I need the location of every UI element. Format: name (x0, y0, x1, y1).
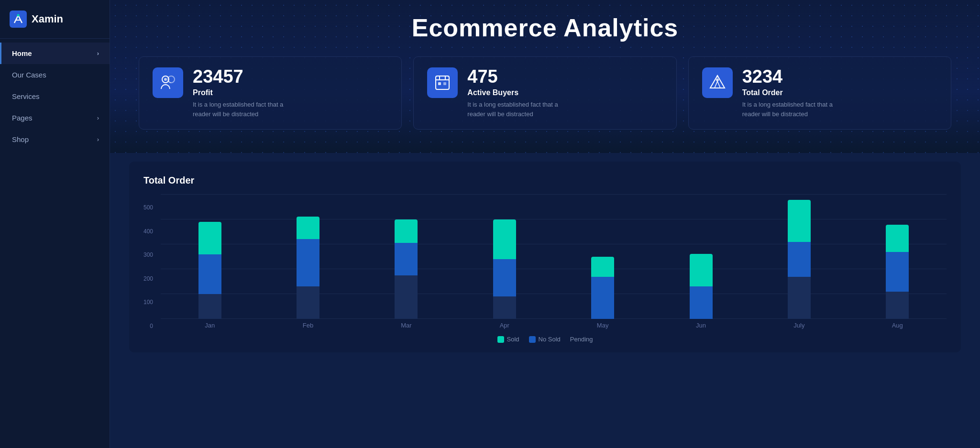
stat-desc-profit: It is a long established fact that a rea… (193, 100, 288, 119)
chart-bars-container: JanFebMarAprMayJunJulyAug (161, 195, 947, 329)
stat-info-order: 3234 Total Order It is a long establishe… (742, 67, 838, 119)
stat-number-order: 3234 (742, 67, 838, 86)
sidebar-item-pages-arrow: › (97, 114, 99, 121)
bar-blue-6 (788, 242, 811, 277)
bar-group-July (788, 200, 811, 319)
stat-label-profit: Profit (193, 88, 288, 97)
bar-group-Mar (395, 219, 418, 319)
chart-section: Total Order 500 400 300 200 100 0 (129, 162, 961, 352)
bar-blue-7 (886, 252, 909, 292)
bar-teal-6 (788, 200, 811, 242)
bar-stack-6 (788, 200, 811, 319)
sidebar: Xamin Home › Our Cases Services Pages › … (0, 0, 110, 448)
svg-point-9 (716, 76, 718, 77)
bar-teal-0 (198, 222, 221, 254)
sidebar-item-our-cases[interactable]: Our Cases (0, 64, 110, 86)
stat-info-profit: 23457 Profit It is a long established fa… (193, 67, 288, 119)
bar-teal-5 (690, 254, 713, 286)
legend-pending: Pending (570, 336, 593, 343)
y-label-0: 0 (150, 323, 153, 329)
y-label-300: 300 (143, 252, 153, 258)
y-label-100: 100 (143, 299, 153, 305)
bar-teal-7 (886, 225, 909, 252)
x-label-Feb: Feb (297, 322, 319, 329)
bar-stack-1 (297, 217, 319, 319)
svg-point-4 (164, 78, 167, 81)
bar-group-Jun (690, 254, 713, 319)
y-label-500: 500 (143, 205, 153, 210)
svg-point-1 (17, 14, 20, 17)
bar-blue-0 (198, 254, 221, 294)
legend-dot-nosold (529, 336, 536, 343)
x-label-Aug: Aug (886, 322, 909, 329)
bar-stack-3 (493, 219, 516, 319)
bar-blue-3 (493, 259, 516, 296)
bar-stack-0 (198, 222, 221, 319)
x-label-Jan: Jan (198, 322, 221, 329)
bar-teal-2 (395, 219, 418, 243)
bar-dark-0 (198, 294, 221, 319)
stat-info-buyers: 475 Active Buyers It is a long establish… (467, 67, 563, 119)
bar-stack-7 (886, 225, 909, 319)
x-label-Jun: Jun (690, 322, 713, 329)
sidebar-item-services-label: Services (12, 92, 40, 100)
legend-nosold: No Sold (529, 336, 561, 343)
svg-rect-7 (443, 82, 446, 85)
chart-bars-grid (161, 195, 947, 319)
chart-area: 500 400 300 200 100 0 (143, 195, 947, 329)
stat-label-order: Total Order (742, 88, 838, 97)
legend-label-nosold: No Sold (539, 336, 561, 343)
profit-icon-box (153, 67, 183, 98)
sidebar-item-our-cases-label: Our Cases (12, 71, 46, 79)
bar-dark-7 (886, 292, 909, 319)
bar-group-Aug (886, 225, 909, 319)
bar-dark-3 (493, 296, 516, 319)
sidebar-item-pages[interactable]: Pages › (0, 107, 110, 129)
chart-y-axis: 500 400 300 200 100 0 (143, 205, 155, 329)
profit-icon (159, 74, 177, 92)
stat-label-buyers: Active Buyers (467, 88, 563, 97)
sidebar-item-pages-label: Pages (12, 114, 33, 122)
hero-section: Ecommerce Analytics 23457 Profit (110, 0, 980, 153)
stat-desc-buyers: It is a long established fact that a rea… (467, 100, 563, 119)
stat-number-buyers: 475 (467, 67, 563, 86)
sidebar-item-home[interactable]: Home › (0, 43, 110, 64)
stat-desc-order: It is a long established fact that a rea… (742, 100, 838, 119)
bar-dark-6 (788, 277, 811, 319)
legend-label-pending: Pending (570, 336, 593, 343)
bars-row (161, 195, 947, 319)
logo-icon (10, 11, 27, 28)
legend-sold: Sold (497, 336, 519, 343)
svg-rect-5 (436, 76, 449, 89)
sidebar-logo[interactable]: Xamin (0, 0, 110, 39)
bar-stack-4 (591, 257, 614, 319)
bar-teal-1 (297, 217, 319, 239)
chart-legend: Sold No Sold Pending (143, 336, 947, 343)
stat-card-profit: 23457 Profit It is a long established fa… (139, 56, 402, 130)
y-label-200: 200 (143, 276, 153, 282)
sidebar-item-home-arrow: › (97, 50, 99, 57)
bar-group-May (591, 257, 614, 319)
stat-card-order: 3234 Total Order It is a long establishe… (688, 56, 951, 130)
main-content: Ecommerce Analytics 23457 Profit (110, 0, 980, 448)
bar-stack-5 (690, 254, 713, 319)
stat-card-buyers: 475 Active Buyers It is a long establish… (413, 56, 676, 130)
bar-stack-2 (395, 219, 418, 319)
sidebar-nav: Home › Our Cases Services Pages › Shop › (0, 43, 110, 150)
sidebar-item-shop-arrow: › (97, 136, 99, 143)
x-label-May: May (591, 322, 614, 329)
sidebar-item-services[interactable]: Services (0, 86, 110, 107)
bar-group-Apr (493, 219, 516, 319)
logo-text: Xamin (32, 13, 63, 25)
bar-group-Jan (198, 222, 221, 319)
order-icon-box (702, 67, 733, 98)
page-title: Ecommerce Analytics (139, 13, 951, 42)
bar-blue-1 (297, 239, 319, 286)
bar-teal-4 (591, 257, 614, 277)
sidebar-item-shop[interactable]: Shop › (0, 129, 110, 150)
bar-blue-2 (395, 243, 418, 275)
stats-row: 23457 Profit It is a long established fa… (139, 56, 951, 130)
x-labels: JanFebMarAprMayJunJulyAug (161, 322, 947, 329)
chart-title: Total Order (143, 175, 947, 186)
svg-rect-0 (10, 11, 27, 28)
